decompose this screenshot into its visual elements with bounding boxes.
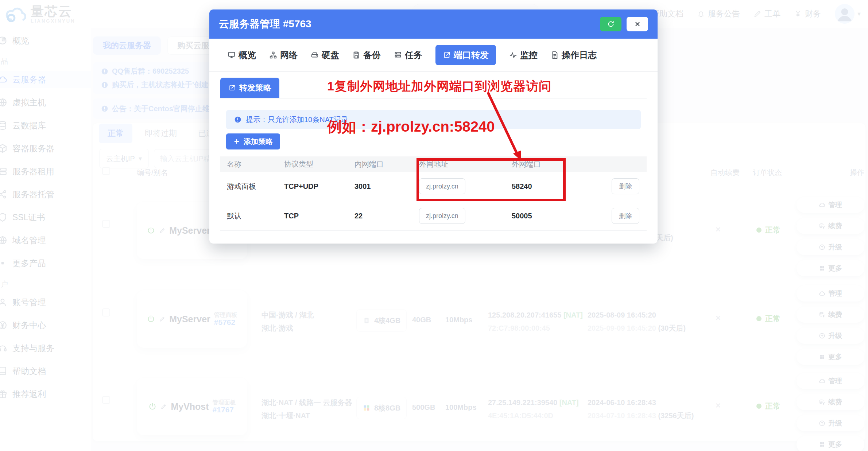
modal-title: 云服务器管理 #5763: [219, 17, 311, 31]
close-button[interactable]: [627, 17, 648, 31]
rule-protocol: TCP+UDP: [284, 182, 354, 191]
sitemap-icon: [269, 51, 277, 59]
rule-name: 游戏面板: [220, 182, 284, 191]
rule-external-port: 50005: [512, 212, 605, 220]
external-link-icon: [228, 84, 236, 92]
monitor-icon: [228, 51, 236, 59]
annotation-line1: 1复制外网地址加外网端口到浏览器访问: [327, 78, 551, 95]
tab-disk[interactable]: 硬盘: [311, 49, 339, 61]
rule-protocol: TCP: [284, 212, 354, 220]
file-log-icon: [551, 51, 559, 59]
delete-button[interactable]: 删除: [612, 178, 639, 194]
rule-internal-port: 3001: [354, 182, 419, 191]
page: 量芯云 LIANGXINYUN 帮助文档 服务公告 工单 财务: [0, 0, 868, 451]
modal-header: 云服务器管理 #5763: [209, 9, 658, 39]
delete-button[interactable]: 删除: [612, 208, 639, 224]
tab-backup[interactable]: 备份: [352, 49, 381, 61]
refresh-button[interactable]: [600, 17, 621, 31]
tab-forward-policy[interactable]: 转发策略: [220, 78, 279, 98]
tab-network[interactable]: 网络: [269, 49, 298, 61]
annotation-line2: 例如：zj.prolzy.cn:58240: [327, 117, 495, 137]
plus-icon: [233, 138, 240, 145]
list-bars-icon: [394, 51, 402, 59]
pulse-icon: [509, 51, 517, 59]
tab-monitoring[interactable]: 监控: [509, 49, 538, 61]
floppy-icon: [352, 51, 360, 59]
close-icon: [634, 21, 641, 27]
rule-name: 默认: [220, 211, 284, 221]
tab-port-forwarding[interactable]: 端口转发: [435, 45, 496, 65]
forwarding-row: 默认 TCP 22 zj.prolzy.cn 50005 删除: [220, 201, 647, 231]
tab-operation-log[interactable]: 操作日志: [551, 49, 597, 61]
info-icon: [234, 116, 241, 123]
refresh-icon: [607, 20, 615, 28]
modal-body: 转发策略 提示：只允许添加10条NAT记录 添加策略 名称 协议类型 内网端口 …: [209, 72, 658, 231]
annotation-highlight-rect: [416, 158, 566, 201]
tab-overview[interactable]: 概览: [228, 49, 256, 61]
external-address-button[interactable]: zj.prolzy.cn: [419, 208, 465, 224]
add-policy-button[interactable]: 添加策略: [226, 133, 280, 149]
modal-tabs: 概览 网络 硬盘 备份 任务 端口转发 监控 操作日志: [209, 39, 658, 72]
rule-internal-port: 22: [354, 212, 419, 220]
tab-tasks[interactable]: 任务: [394, 49, 422, 61]
external-link-icon: [443, 51, 451, 59]
hdd-icon: [311, 51, 319, 59]
